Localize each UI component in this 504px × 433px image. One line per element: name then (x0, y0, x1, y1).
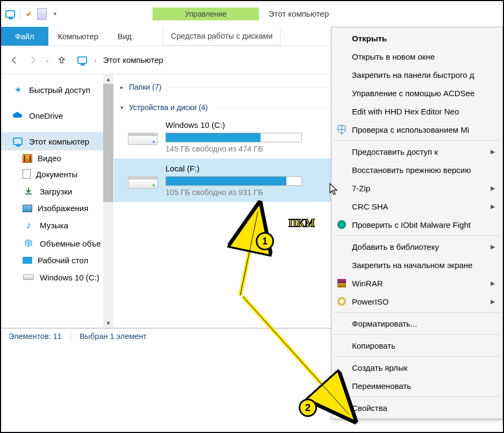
annotation-rmb-label: ПКМ (289, 217, 315, 229)
annotation-arrow-2 (1, 1, 504, 433)
